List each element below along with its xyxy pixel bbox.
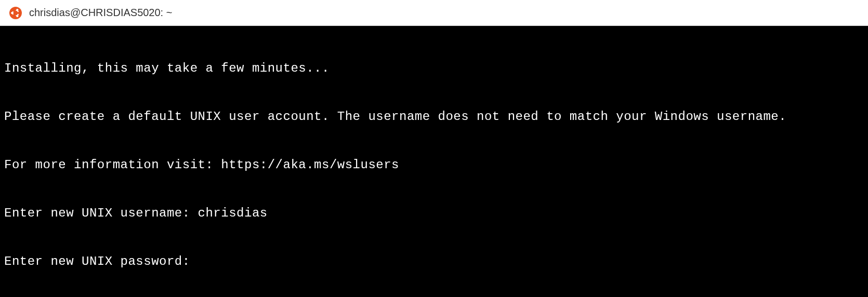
window-title: chrisdias@CHRISDIAS5020: ~ [29, 7, 172, 19]
terminal-output-line: For more information visit: https://aka.… [4, 157, 864, 173]
ubuntu-icon [9, 7, 22, 19]
title-bar[interactable]: chrisdias@CHRISDIAS5020: ~ [0, 0, 868, 26]
terminal-body[interactable]: Installing, this may take a few minutes.… [0, 26, 868, 297]
terminal-output-line: Installing, this may take a few minutes.… [4, 60, 864, 76]
terminal-output-line: Enter new UNIX password: [4, 253, 864, 269]
terminal-output-line: Please create a default UNIX user accoun… [4, 109, 864, 125]
terminal-output-line: Enter new UNIX username: chrisdias [4, 205, 864, 221]
terminal-window: chrisdias@CHRISDIAS5020: ~ Installing, t… [0, 0, 868, 297]
